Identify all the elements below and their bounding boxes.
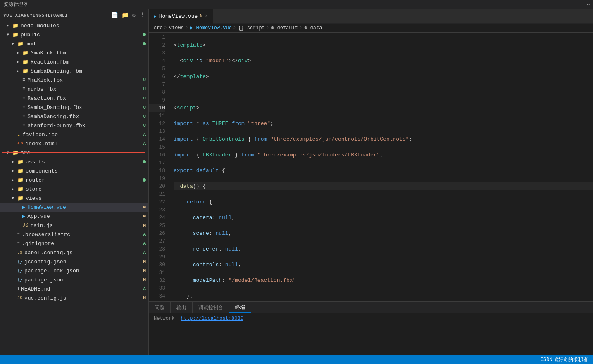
line-number: 3 bbox=[149, 49, 165, 57]
code-line: return { bbox=[174, 198, 593, 206]
status-badge: M bbox=[143, 205, 146, 210]
breadcrumb-script: {} script bbox=[238, 25, 265, 31]
code-container: 1 2 3 4 5 6 7 8 9 10 11 12 13 14 15 16 1 bbox=[149, 33, 593, 301]
list-item[interactable]: ▶ ≡ .gitignore A bbox=[0, 239, 148, 248]
sidebar-item-router[interactable]: ▶ 📁 router bbox=[0, 175, 148, 184]
list-item[interactable]: ▶ JS main.js M bbox=[0, 221, 148, 230]
file-label: vue.config.js bbox=[24, 295, 143, 301]
list-item[interactable]: ▶ {} jsconfig.json M bbox=[0, 257, 148, 266]
list-item-homeview[interactable]: ▶ ▶ HomeView.vue M bbox=[0, 203, 148, 212]
file-label: favicon.ico bbox=[22, 132, 143, 138]
list-item[interactable]: ▶ ℹ README.md A bbox=[0, 284, 148, 293]
more-options-icon[interactable]: ⋯ bbox=[587, 1, 590, 7]
status-badge: A bbox=[143, 241, 146, 246]
list-item[interactable]: ▶ {} package-lock.json M bbox=[0, 266, 148, 275]
tab-issues[interactable]: 问题 bbox=[149, 302, 171, 313]
line-number: 20 bbox=[149, 182, 165, 190]
list-item[interactable]: ▼ 📁 model bbox=[0, 39, 148, 48]
code-line: <template> bbox=[174, 41, 593, 49]
line-number: 26 bbox=[149, 229, 165, 237]
line-number: 15 bbox=[149, 143, 165, 151]
file-label: MmaKick.fbm bbox=[31, 50, 148, 56]
tab-bar: ▶ HomeView.vue M × bbox=[149, 9, 593, 24]
list-item[interactable]: ▶ 📁 assets bbox=[0, 157, 148, 166]
tab-close-button[interactable]: × bbox=[205, 14, 208, 19]
status-badge: M bbox=[143, 277, 146, 282]
expand-arrow: ▶ bbox=[12, 187, 16, 191]
list-item[interactable]: ▶ 📁 SambaDancing.fbm bbox=[0, 66, 148, 76]
list-item[interactable]: ▶ 📁 components bbox=[0, 166, 148, 175]
file-label: src bbox=[21, 150, 148, 156]
file-label: jsconfig.json bbox=[24, 259, 143, 265]
status-badge: A bbox=[143, 286, 146, 291]
code-editor[interactable]: 1 2 3 4 5 6 7 8 9 10 11 12 13 14 15 16 1 bbox=[149, 33, 593, 301]
code-content[interactable]: <template> <div id="model"></div> </temp… bbox=[169, 33, 593, 301]
line-number: 23 bbox=[149, 206, 165, 214]
list-item[interactable]: ▶ 📁 Reaction.fbm bbox=[0, 57, 148, 66]
list-item[interactable]: ▶ 📁 node_modules bbox=[0, 21, 148, 30]
file-label: babel.config.js bbox=[24, 250, 143, 256]
list-item[interactable]: ▶ ▶ App.vue M bbox=[0, 212, 148, 221]
line-number: 9 bbox=[149, 96, 165, 104]
file-icon: ≡ bbox=[17, 232, 20, 237]
file-label: package.json bbox=[24, 277, 143, 283]
file-label: Reaction.fbm bbox=[31, 59, 148, 65]
list-item[interactable]: ▶ ≡ Samba_Dancing.fbx U bbox=[0, 103, 148, 112]
line-number: 10 bbox=[149, 104, 165, 112]
terminal-url[interactable]: http://localhost:8080 bbox=[181, 316, 243, 321]
file-icon: ≡ bbox=[17, 241, 20, 246]
list-item[interactable]: ▶ 📁 store bbox=[0, 184, 148, 194]
tab-terminal-label: 终端 bbox=[235, 304, 245, 311]
status-badge: U bbox=[143, 87, 146, 92]
file-icon: ★ bbox=[17, 132, 20, 138]
folder-icon: 📁 bbox=[22, 59, 29, 65]
status-bar: CSDN @好奇的求职者 bbox=[0, 355, 593, 364]
tab-terminal[interactable]: 终端 bbox=[229, 302, 251, 313]
code-line: modelPath: "/model/Reaction.fbx" bbox=[174, 277, 593, 284]
list-item[interactable]: ▶ ≡ .browserslistrc A bbox=[0, 230, 148, 239]
file-label: package-lock.json bbox=[24, 268, 143, 274]
new-file-icon[interactable]: 📄 bbox=[111, 12, 119, 19]
line-number: 27 bbox=[149, 237, 165, 245]
list-item[interactable]: ▼ 📁 public bbox=[0, 30, 148, 39]
tab-output-label: 输出 bbox=[176, 304, 186, 311]
list-item[interactable]: ▼ 📁 src bbox=[0, 148, 148, 157]
list-item[interactable]: ▶ JS vue.config.js M bbox=[0, 293, 148, 303]
status-dot bbox=[143, 160, 146, 163]
list-item[interactable]: ▶ 📁 MmaKick.fbm bbox=[0, 48, 148, 57]
file-label: .gitignore bbox=[22, 241, 143, 247]
list-item[interactable]: ▶ ≡ Reaction.fbx U bbox=[0, 94, 148, 103]
status-dot bbox=[143, 33, 146, 36]
tab-homeview[interactable]: ▶ HomeView.vue M × bbox=[149, 9, 213, 24]
list-item[interactable]: ▶ ≡ SambaDancing.fbx U bbox=[0, 112, 148, 121]
editor-panel: ▶ HomeView.vue M × src > views > ▶ HomeV… bbox=[149, 9, 593, 355]
status-badge: U bbox=[143, 96, 146, 101]
file-tree: ▶ 📁 node_modules ▼ 📁 public ▼ 📁 model ▶ bbox=[0, 21, 148, 355]
line-number: 6 bbox=[149, 73, 165, 80]
tab-issues-label: 问题 bbox=[155, 304, 164, 311]
list-item[interactable]: ▼ 📁 views bbox=[0, 194, 148, 203]
list-item[interactable]: ▶ ★ favicon.ico A bbox=[0, 130, 148, 139]
refresh-icon[interactable]: ↻ bbox=[132, 12, 136, 19]
new-folder-icon[interactable]: 📁 bbox=[121, 12, 129, 19]
expand-arrow: ▶ bbox=[17, 69, 21, 73]
vue-tab-icon: ▶ bbox=[154, 14, 157, 19]
code-line: scene: null, bbox=[174, 229, 593, 237]
file-icon: ℹ bbox=[17, 286, 19, 291]
code-line: }; bbox=[174, 292, 593, 300]
line-number: 16 bbox=[149, 151, 165, 159]
tab-output[interactable]: 输出 bbox=[171, 302, 193, 313]
tab-debug-console[interactable]: 调试控制台 bbox=[193, 302, 229, 313]
collapse-icon[interactable]: ⋮ bbox=[139, 12, 145, 19]
list-item[interactable]: ▶ ≡ MmaKick.fbx U bbox=[0, 76, 148, 85]
status-dot bbox=[143, 42, 146, 45]
list-item[interactable]: ▶ ≡ nurbs.fbx U bbox=[0, 85, 148, 94]
list-item[interactable]: ▶ ≡ stanford-bunny.fbx U bbox=[0, 121, 148, 130]
list-item[interactable]: ▶ <> index.html A bbox=[0, 139, 148, 148]
list-item[interactable]: ▶ JS babel.config.js A bbox=[0, 248, 148, 257]
list-item[interactable]: ▶ {} package.json M bbox=[0, 275, 148, 284]
sidebar-actions: 📄 📁 ↻ ⋮ bbox=[111, 12, 145, 19]
code-line: data() { bbox=[174, 182, 593, 190]
file-icon: JS bbox=[17, 251, 22, 255]
status-badge: U bbox=[143, 114, 146, 119]
